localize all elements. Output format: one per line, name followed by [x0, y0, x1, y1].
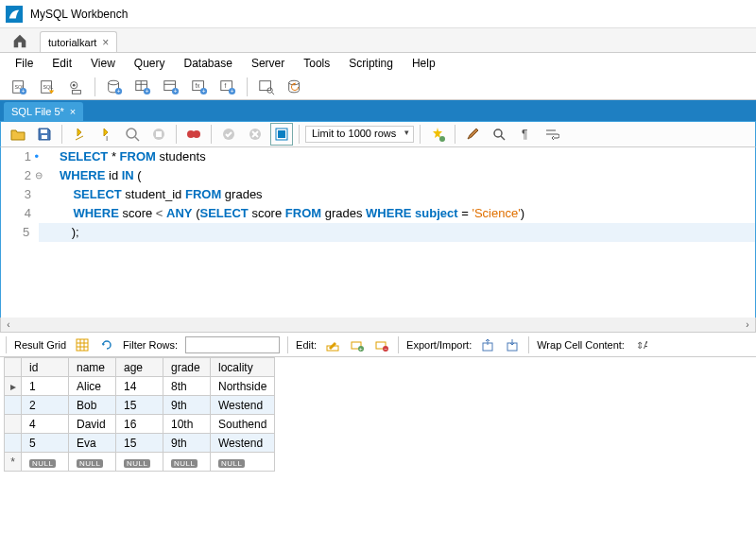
save-icon[interactable]: [33, 123, 56, 146]
wrap-icon[interactable]: [541, 123, 563, 146]
inspector-icon[interactable]: [64, 76, 87, 98]
create-function-icon[interactable]: f+: [216, 76, 239, 98]
cell[interactable]: Eva: [69, 434, 116, 453]
menu-help[interactable]: Help: [404, 55, 443, 72]
execute-icon[interactable]: [68, 123, 91, 146]
horizontal-scrollbar[interactable]: ‹ ›: [0, 318, 756, 333]
code-text[interactable]: SELECT student_id FROM grades: [41, 185, 263, 204]
open-file-icon[interactable]: [7, 123, 29, 146]
cell[interactable]: Southend: [211, 415, 275, 434]
cell[interactable]: 9th: [163, 434, 211, 453]
code-text[interactable]: );: [39, 223, 755, 242]
cell[interactable]: Alice: [69, 377, 116, 396]
column-header[interactable]: age: [116, 358, 163, 377]
home-button[interactable]: [6, 29, 34, 52]
filter-rows-input[interactable]: [185, 336, 280, 353]
table-row[interactable]: 2Bob159thWestend: [5, 396, 275, 415]
column-header[interactable]: id: [22, 358, 69, 377]
cell[interactable]: Westend: [211, 434, 275, 453]
cell[interactable]: 5: [22, 434, 69, 453]
row-selector[interactable]: [5, 415, 22, 434]
cell[interactable]: 2: [22, 396, 69, 415]
export-icon[interactable]: [479, 336, 496, 353]
menu-query[interactable]: Query: [127, 55, 173, 72]
create-table-icon[interactable]: +: [131, 76, 154, 98]
explain-icon[interactable]: [121, 123, 144, 146]
row-selector[interactable]: ▸: [5, 377, 22, 396]
toggle-stop-on-error-icon[interactable]: [182, 123, 205, 146]
cell-null[interactable]: NULL: [22, 453, 69, 472]
cell[interactable]: 15: [116, 434, 163, 453]
reconnect-icon[interactable]: [284, 76, 306, 98]
close-icon[interactable]: ×: [102, 36, 109, 49]
cell-null[interactable]: NULL: [69, 453, 116, 472]
search-table-icon[interactable]: [255, 76, 278, 98]
menu-server[interactable]: Server: [244, 55, 292, 72]
code-line[interactable]: 4 WHERE score < ANY (SELECT score FROM g…: [1, 204, 755, 223]
menu-view[interactable]: View: [83, 55, 123, 72]
delete-row-icon[interactable]: −: [373, 336, 390, 353]
cell[interactable]: 1: [22, 377, 69, 396]
cell-null[interactable]: NULL: [211, 453, 275, 472]
cell[interactable]: Westend: [211, 396, 275, 415]
rollback-icon[interactable]: [244, 123, 266, 146]
beautify-icon[interactable]: [426, 123, 449, 146]
column-header[interactable]: locality: [211, 358, 275, 377]
row-selector[interactable]: *: [5, 453, 22, 472]
table-row-new[interactable]: *NULLNULLNULLNULLNULL: [5, 453, 275, 472]
row-selector[interactable]: [5, 396, 22, 415]
toggle-invisible-icon[interactable]: ¶: [514, 123, 537, 146]
result-grid[interactable]: idnameagegradelocality▸1Alice148thNorths…: [4, 357, 275, 472]
create-view-icon[interactable]: +: [160, 76, 182, 98]
create-procedure-icon[interactable]: fx+: [188, 76, 211, 98]
cell-null[interactable]: NULL: [116, 453, 163, 472]
cell[interactable]: David: [69, 415, 116, 434]
brush-icon[interactable]: [461, 123, 484, 146]
wrap-cell-icon[interactable]: ⇕A: [632, 336, 649, 353]
menu-scripting[interactable]: Scripting: [341, 55, 401, 72]
row-selector[interactable]: [5, 434, 22, 453]
scroll-left-icon[interactable]: ‹: [1, 319, 16, 330]
cell[interactable]: 4: [22, 415, 69, 434]
close-icon[interactable]: ×: [70, 106, 76, 117]
menu-file[interactable]: File: [8, 55, 41, 72]
menu-edit[interactable]: Edit: [44, 55, 79, 72]
cell[interactable]: Bob: [69, 396, 116, 415]
column-header[interactable]: grade: [163, 358, 211, 377]
code-line[interactable]: 2⊖WHERE id IN (: [1, 166, 755, 185]
cell[interactable]: 10th: [163, 415, 211, 434]
import-icon[interactable]: [504, 336, 521, 353]
open-sql-icon[interactable]: SQL: [36, 76, 59, 98]
code-text[interactable]: WHERE score < ANY (SELECT score FROM gra…: [41, 204, 524, 223]
cell[interactable]: 9th: [163, 396, 211, 415]
cell[interactable]: 14: [116, 377, 163, 396]
stop-icon[interactable]: [147, 123, 170, 146]
commit-icon[interactable]: [217, 123, 240, 146]
find-icon[interactable]: [488, 123, 510, 146]
cell-null[interactable]: NULL: [163, 453, 211, 472]
table-row[interactable]: 4David1610thSouthend: [5, 415, 275, 434]
new-sql-tab-icon[interactable]: SQL+: [8, 76, 30, 98]
table-row[interactable]: 5Eva159thWestend: [5, 434, 275, 453]
sql-file-tab[interactable]: SQL File 5* ×: [4, 102, 83, 121]
code-line[interactable]: 1•SELECT * FROM students: [1, 147, 755, 166]
menu-tools[interactable]: Tools: [296, 55, 337, 72]
scroll-right-icon[interactable]: ›: [740, 319, 755, 330]
code-text[interactable]: WHERE id IN (: [41, 166, 142, 185]
cell[interactable]: 15: [116, 396, 163, 415]
cell[interactable]: Northside: [211, 377, 275, 396]
execute-current-icon[interactable]: I: [94, 123, 117, 146]
menu-database[interactable]: Database: [177, 55, 240, 72]
cell[interactable]: 16: [116, 415, 163, 434]
refresh-icon[interactable]: [98, 336, 115, 353]
auto-commit-icon[interactable]: [270, 123, 293, 146]
connection-tab[interactable]: tutorialkart ×: [40, 31, 117, 52]
result-grid-icon[interactable]: [74, 336, 91, 353]
code-text[interactable]: SELECT * FROM students: [41, 147, 206, 166]
cell[interactable]: 8th: [163, 377, 211, 396]
add-row-icon[interactable]: +: [349, 336, 366, 353]
code-line[interactable]: 5 );: [1, 223, 755, 242]
sql-editor[interactable]: 1•SELECT * FROM students2⊖WHERE id IN (3…: [0, 147, 756, 318]
create-schema-icon[interactable]: +: [103, 76, 126, 98]
column-header[interactable]: name: [69, 358, 116, 377]
